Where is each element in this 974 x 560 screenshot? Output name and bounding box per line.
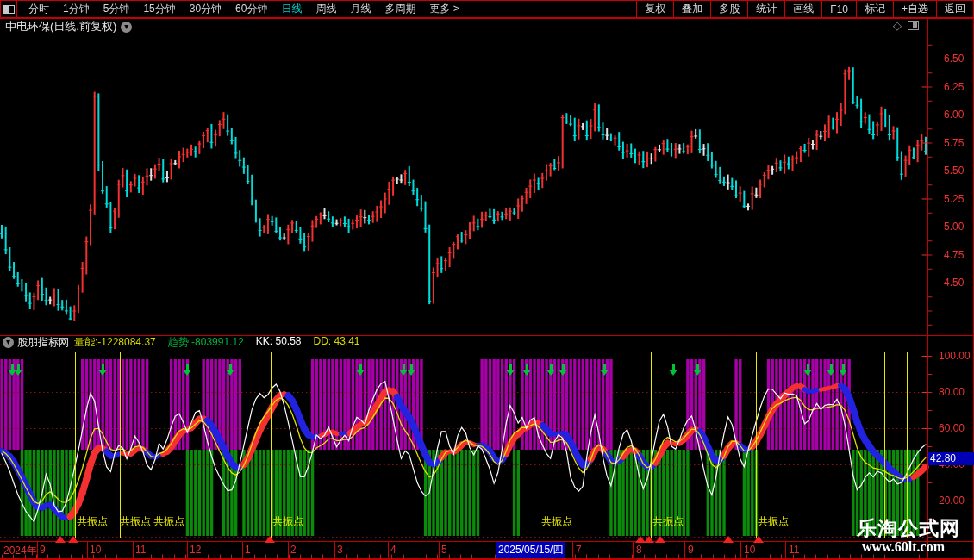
resonance-point-label: 共振点 [120, 514, 151, 529]
watermark-site-name: 乐淘公式网 [857, 518, 960, 539]
month-label: 7 [576, 544, 582, 556]
arrow-head [600, 370, 609, 376]
resonance-point-label: 共振点 [652, 514, 684, 529]
signal-vline [120, 352, 121, 538]
arrow-head [506, 370, 515, 376]
collapse-chevron-icon[interactable]: ▾ [3, 337, 14, 348]
period-tab[interactable]: 日线 [274, 2, 309, 16]
date-axis: 2024年91011121234578910112025/05/15/四 [0, 542, 927, 558]
buy-signal-arrow-icon [98, 364, 108, 376]
period-tab[interactable]: 60分钟 [228, 2, 274, 16]
period-tab[interactable]: 30分钟 [183, 2, 228, 16]
signal-vline [756, 352, 757, 538]
signal-vline [271, 352, 272, 538]
indicator-field: DD: 43.41 [314, 335, 360, 350]
action-button[interactable]: F10 [822, 1, 857, 17]
resonance-point-label: 共振点 [541, 514, 572, 529]
arrow-head [803, 370, 812, 376]
arrow-head [693, 370, 702, 376]
price-axis-label: 4.75 [944, 249, 974, 261]
period-tab[interactable]: 周线 [309, 2, 343, 16]
app-window: 分时1分钟5分钟15分钟30分钟60分钟日线周线月线多周期更多 > 复权叠加多股… [0, 0, 974, 560]
chevron-down-icon[interactable]: ▾ [121, 22, 132, 33]
action-button[interactable]: 多股 [711, 1, 748, 17]
watermark: 乐淘公式网 www.60lt.com [857, 518, 960, 554]
action-button[interactable]: 复权 [637, 1, 674, 17]
resonance-point-label: 共振点 [153, 514, 184, 529]
month-label: 9 [688, 544, 694, 556]
month-separator [633, 542, 634, 558]
arrow-head [226, 370, 234, 376]
buy-signal-arrow-icon [522, 364, 532, 376]
action-button[interactable]: 标记 [857, 1, 894, 17]
price-axis-label: 6.00 [944, 109, 974, 121]
current-value-badge: 42.80 [928, 452, 974, 465]
price-axis-label: 6.25 [944, 81, 974, 93]
signal-vline [896, 352, 896, 538]
period-tab[interactable]: 月线 [343, 2, 378, 16]
month-label: 5 [441, 544, 447, 556]
resonance-point-label: 共振点 [77, 514, 108, 529]
arrow-head [827, 370, 835, 376]
period-tab[interactable]: 多周期 [378, 2, 422, 16]
stock-title: 中电环保(日线.前复权) [0, 19, 116, 34]
price-axis-label: 5.50 [944, 165, 974, 177]
arrow-head [14, 370, 22, 376]
month-label: 2 [290, 544, 297, 556]
buy-signal-arrow-icon [356, 364, 365, 376]
period-tab[interactable]: 5分钟 [97, 2, 137, 16]
price-axis-label: 6.50 [944, 53, 974, 65]
indicator-field: KK: 50.58 [256, 335, 302, 350]
action-button[interactable]: 返回 [937, 1, 974, 17]
indicator-field: 量能:-1228084.37 [74, 335, 156, 350]
period-tab[interactable]: 分时 [22, 2, 56, 16]
price-axis-label: 5.75 [944, 137, 974, 149]
layout-toggle-button[interactable] [0, 1, 17, 17]
signal-vline [75, 352, 76, 538]
period-tab[interactable]: 1分钟 [56, 2, 97, 16]
month-label: 10 [90, 544, 101, 556]
month-label: 3 [337, 544, 343, 556]
month-label: 12 [190, 544, 201, 556]
price-axis-label: 5.25 [944, 193, 974, 205]
action-button[interactable]: 叠加 [674, 1, 711, 17]
month-label: 11 [135, 544, 146, 556]
action-button[interactable]: +自选 [894, 1, 937, 17]
period-tab[interactable]: 15分钟 [136, 2, 182, 16]
month-label: 8 [636, 544, 642, 556]
chart-canvas[interactable] [0, 0, 974, 560]
arrow-head [522, 370, 531, 376]
buy-signal-arrow-icon [803, 364, 813, 376]
month-separator [439, 542, 440, 558]
year-label: 2024年 [3, 544, 37, 558]
period-tab[interactable]: 更多 > [422, 2, 465, 16]
price-axis-label: 5.00 [944, 221, 974, 233]
buy-signal-arrow-icon [506, 364, 515, 376]
title-row: 中电环保(日线.前复权) ▾ [0, 19, 927, 34]
arrow-head [356, 370, 365, 376]
month-separator [37, 542, 38, 558]
arrow-head [98, 370, 107, 376]
month-separator [740, 542, 741, 558]
arrow-head [669, 370, 677, 376]
buy-signal-arrow-icon [226, 364, 235, 376]
month-separator [133, 542, 134, 558]
action-button[interactable]: 画线 [785, 1, 822, 17]
signal-vline [651, 352, 652, 538]
indicator-header: ▾ 股朋指标网 量能:-1228084.37趋势:-803991.12KK: 5… [0, 336, 927, 349]
arrow-head [559, 370, 567, 376]
price-axis-label: 4.50 [944, 277, 974, 289]
month-separator [388, 542, 389, 558]
month-label: 11 [789, 544, 799, 556]
month-separator [242, 542, 243, 558]
pane-split-icon[interactable] [908, 21, 919, 30]
arrow-head [839, 370, 847, 376]
signal-vline [540, 352, 540, 538]
month-separator [785, 542, 786, 558]
indicator-field: 趋势:-803991.12 [168, 335, 244, 350]
buy-signal-arrow-icon [546, 364, 556, 376]
month-separator [334, 542, 335, 558]
buy-signal-arrow-icon [600, 364, 609, 376]
diamond-icon[interactable]: ◇ [893, 19, 902, 32]
action-button[interactable]: 统计 [748, 1, 785, 17]
